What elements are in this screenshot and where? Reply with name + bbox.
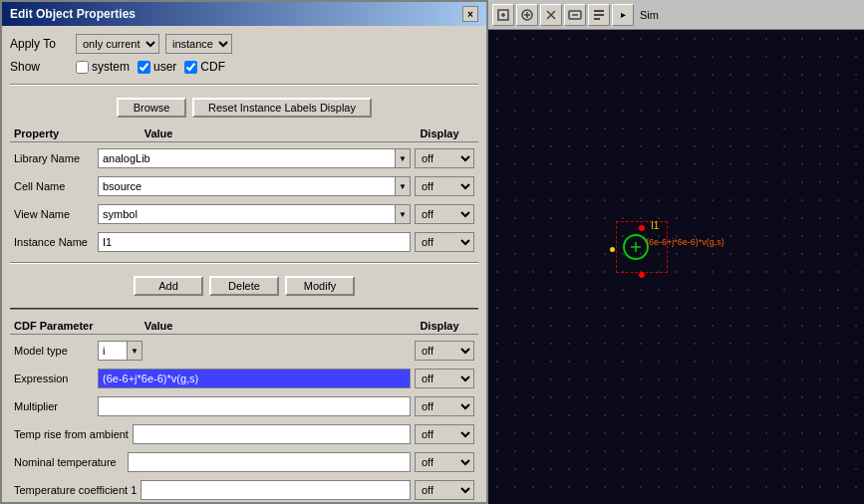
cdf-checkbox-item: CDF [184, 60, 225, 74]
cdf-val-expression-container [98, 369, 411, 388]
system-checkbox-item: system [76, 60, 130, 74]
cdf-value-col-header: Value [144, 320, 405, 332]
prop-arrow-library[interactable]: ▼ [395, 148, 411, 168]
cdf-display-temp-rise[interactable]: offon [415, 424, 474, 444]
user-checkbox-item: user [138, 60, 176, 74]
cdf-display-expression[interactable]: offon [415, 369, 474, 388]
delete-button[interactable]: Delete [209, 276, 279, 296]
instance-select[interactable]: instance symbol cell [165, 34, 232, 54]
divider-2 [10, 262, 478, 264]
cdf-label-multiplier: Multiplier [14, 400, 94, 412]
toolbar-btn-4[interactable] [564, 4, 586, 26]
property-table-header: Property Value Display [10, 126, 478, 142]
prop-input-instance[interactable] [98, 232, 411, 252]
dialog-title: Edit Object Properties [10, 7, 136, 21]
apply-to-select[interactable]: only current all selected [76, 34, 159, 54]
prop-arrow-cell[interactable]: ▼ [395, 176, 411, 196]
edit-object-properties-dialog: Edit Object Properties × Apply To only c… [0, 0, 488, 504]
toolbar-btn-5[interactable] [588, 4, 610, 26]
dot-left [610, 247, 615, 252]
section-divider [10, 308, 478, 310]
toolbar-btn-1[interactable] [492, 4, 514, 26]
cdf-label-temp-rise: Temp rise from ambient [14, 428, 129, 440]
apply-to-dropdown-container: only current all selected [76, 34, 159, 54]
prop-label-library: Library Name [14, 152, 94, 164]
prop-display-library[interactable]: offon [415, 148, 474, 168]
close-button[interactable]: × [462, 6, 478, 22]
cdf-display-model[interactable]: offon [415, 341, 474, 361]
action-button-row: Add Delete Modify [10, 276, 478, 296]
prop-val-instance-container [98, 232, 411, 252]
dot-bottom [639, 272, 645, 278]
cdf-table-header: CDF Parameter Value Display [10, 318, 478, 335]
toolbar-btn-3[interactable] [540, 4, 562, 26]
browse-button[interactable]: Browse [117, 98, 186, 118]
cdf-display-multiplier[interactable]: offon [415, 396, 474, 416]
cdf-input-expression[interactable] [98, 369, 411, 388]
prop-input-view[interactable] [98, 204, 396, 224]
system-label: system [92, 60, 130, 74]
cdf-label: CDF [200, 60, 225, 74]
cdf-input-temp-coeff[interactable] [141, 480, 411, 500]
value-col-header: Value [144, 127, 405, 139]
cdf-param-col-header: CDF Parameter [14, 320, 144, 332]
prop-display-cell[interactable]: offon [415, 176, 474, 196]
cdf-input-nominal-temp[interactable] [128, 452, 411, 472]
apply-to-label: Apply To [10, 37, 70, 51]
cdf-row-multiplier: Multiplier offon [10, 394, 478, 418]
user-checkbox[interactable] [138, 61, 150, 74]
instance-dropdown-container: instance symbol cell [165, 34, 232, 54]
dialog-content: Apply To only current all selected insta… [2, 26, 486, 502]
cdf-row-temp-coeff: Temperature coefficient 1 offon [10, 478, 478, 502]
sim-label: Sim [640, 9, 659, 21]
cdf-row-model: Model type ▼ offon [10, 339, 478, 363]
prop-display-instance[interactable]: offon [415, 232, 474, 252]
prop-arrow-view[interactable]: ▼ [395, 204, 411, 224]
divider-1 [10, 84, 478, 86]
cdf-label-temp-coeff: Temperature coefficient 1 [14, 484, 137, 496]
simulation-canvas[interactable]: I1 (6e-6+j*6e-6)*v(g,s) [488, 30, 864, 504]
cdf-label-expression: Expression [14, 373, 94, 384]
property-col-header: Property [14, 127, 144, 139]
cdf-row-nominal-temp: Nominal temperature offon [10, 450, 478, 474]
cdf-input-multiplier[interactable] [98, 396, 411, 416]
cdf-row-expression: Expression offon [10, 367, 478, 390]
cdf-arrow-model[interactable]: ▼ [127, 341, 143, 361]
cdf-input-model[interactable] [98, 341, 128, 361]
prop-val-library-container: ▼ [98, 148, 411, 168]
cdf-display-nominal-temp[interactable]: offon [415, 452, 474, 472]
show-label: Show [10, 60, 70, 74]
toolbar-btn-2[interactable] [516, 4, 538, 26]
prop-input-library[interactable] [98, 148, 396, 168]
prop-input-cell[interactable] [98, 176, 396, 196]
cdf-val-nominal-temp-container [128, 452, 411, 472]
prop-label-instance: Instance Name [14, 236, 94, 248]
prop-row-instance: Instance Name offon [10, 230, 478, 254]
cdf-label-model: Model type [14, 345, 94, 357]
prop-label-cell: Cell Name [14, 180, 94, 192]
canvas-panel: ▸ Sim I1 (6e-6+j*6e-6)*v(g,s) [488, 0, 864, 504]
cdf-val-model-container: ▼ [98, 341, 411, 361]
display-col-header: Display [405, 127, 474, 139]
component-expression-label: (6e-6+j*6e-6)*v(g,s) [646, 237, 724, 247]
toolbar-strip: ▸ Sim [488, 0, 864, 30]
cdf-input-temp-rise[interactable] [133, 424, 411, 444]
prop-label-view: View Name [14, 208, 94, 220]
modify-button[interactable]: Modify [285, 276, 355, 296]
prop-val-view-container: ▼ [98, 204, 411, 224]
add-button[interactable]: Add [134, 276, 203, 296]
cdf-val-multiplier-container [98, 396, 411, 416]
prop-row-cell: Cell Name ▼ offon [10, 174, 478, 198]
show-row: Show system user CDF [10, 60, 478, 74]
cdf-val-temp-rise-container [133, 424, 411, 444]
cdf-display-temp-coeff[interactable]: offon [415, 480, 474, 500]
prop-row-view: View Name ▼ offon [10, 202, 478, 226]
system-checkbox[interactable] [76, 61, 89, 74]
cdf-checkbox[interactable] [184, 61, 197, 74]
cdf-label-nominal-temp: Nominal temperature [14, 456, 124, 468]
prop-display-view[interactable]: offon [415, 204, 474, 224]
reset-button[interactable]: Reset Instance Labels Display [192, 98, 372, 118]
prop-row-library: Library Name ▼ offon [10, 146, 478, 170]
cdf-val-temp-coeff-container [141, 480, 411, 500]
toolbar-btn-6[interactable]: ▸ [612, 4, 634, 26]
